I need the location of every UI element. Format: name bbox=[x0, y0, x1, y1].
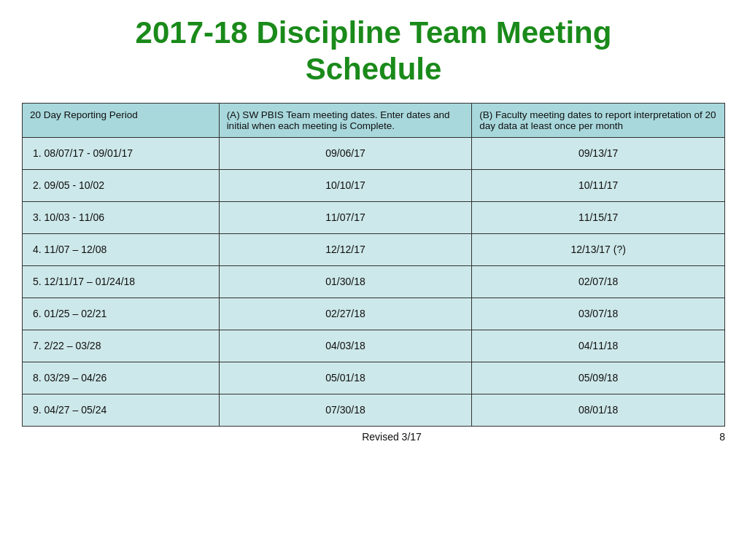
table-row: 9. 04/27 – 05/2407/30/1808/01/18 bbox=[23, 394, 725, 426]
cell-faculty: 04/11/18 bbox=[472, 330, 725, 362]
footer-page: 8 bbox=[703, 431, 725, 443]
header-col-swpbis: (A) SW PBIS Team meeting dates. Enter da… bbox=[219, 103, 472, 137]
schedule-table: 20 Day Reporting Period (A) SW PBIS Team… bbox=[22, 103, 725, 427]
header-col-period: 20 Day Reporting Period bbox=[23, 103, 220, 137]
cell-faculty: 11/15/17 bbox=[472, 201, 725, 233]
cell-sw-pbis: 02/27/18 bbox=[219, 298, 472, 330]
footer: Revised 3/17 8 bbox=[22, 427, 725, 443]
cell-faculty: 03/07/18 bbox=[472, 298, 725, 330]
table-row: 7. 2/22 – 03/2804/03/1804/11/18 bbox=[23, 330, 725, 362]
cell-faculty: 05/09/18 bbox=[472, 362, 725, 394]
cell-period: 4. 11/07 – 12/08 bbox=[23, 233, 220, 265]
cell-sw-pbis: 11/07/17 bbox=[219, 201, 472, 233]
cell-period: 6. 01/25 – 02/21 bbox=[23, 298, 220, 330]
page-title: 2017-18 Discipline Team Meeting Schedule bbox=[136, 15, 612, 88]
table-row: 4. 11/07 – 12/0812/12/1712/13/17 (?) bbox=[23, 233, 725, 265]
cell-faculty: 08/01/18 bbox=[472, 394, 725, 426]
cell-period: 7. 2/22 – 03/28 bbox=[23, 330, 220, 362]
cell-sw-pbis: 04/03/18 bbox=[219, 330, 472, 362]
cell-sw-pbis: 07/30/18 bbox=[219, 394, 472, 426]
cell-sw-pbis: 01/30/18 bbox=[219, 265, 472, 298]
cell-sw-pbis: 09/06/17 bbox=[219, 137, 472, 169]
table-row: 8. 03/29 – 04/2605/01/1805/09/18 bbox=[23, 362, 725, 394]
cell-period: 9. 04/27 – 05/24 bbox=[23, 394, 220, 426]
cell-period: 1. 08/07/17 - 09/01/17 bbox=[23, 137, 220, 169]
table-row: 5. 12/11/17 – 01/24/1801/30/1802/07/18 bbox=[23, 265, 725, 298]
cell-period: 5. 12/11/17 – 01/24/18 bbox=[23, 265, 220, 298]
cell-period: 2. 09/05 - 10/02 bbox=[23, 169, 220, 201]
cell-faculty: 02/07/18 bbox=[472, 265, 725, 298]
cell-sw-pbis: 10/10/17 bbox=[219, 169, 472, 201]
table-row: 2. 09/05 - 10/0210/10/1710/11/17 bbox=[23, 169, 725, 201]
cell-faculty: 09/13/17 bbox=[472, 137, 725, 169]
cell-sw-pbis: 05/01/18 bbox=[219, 362, 472, 394]
header-col-faculty: (B) Faculty meeting dates to report inte… bbox=[472, 103, 725, 137]
cell-faculty: 12/13/17 (?) bbox=[472, 233, 725, 265]
cell-period: 8. 03/29 – 04/26 bbox=[23, 362, 220, 394]
cell-faculty: 10/11/17 bbox=[472, 169, 725, 201]
table-header-row: 20 Day Reporting Period (A) SW PBIS Team… bbox=[23, 103, 725, 137]
footer-revised: Revised 3/17 bbox=[80, 431, 703, 443]
cell-sw-pbis: 12/12/17 bbox=[219, 233, 472, 265]
table-row: 3. 10/03 - 11/0611/07/1711/15/17 bbox=[23, 201, 725, 233]
table-row: 1. 08/07/17 - 09/01/1709/06/1709/13/17 bbox=[23, 137, 725, 169]
table-row: 6. 01/25 – 02/2102/27/1803/07/18 bbox=[23, 298, 725, 330]
cell-period: 3. 10/03 - 11/06 bbox=[23, 201, 220, 233]
